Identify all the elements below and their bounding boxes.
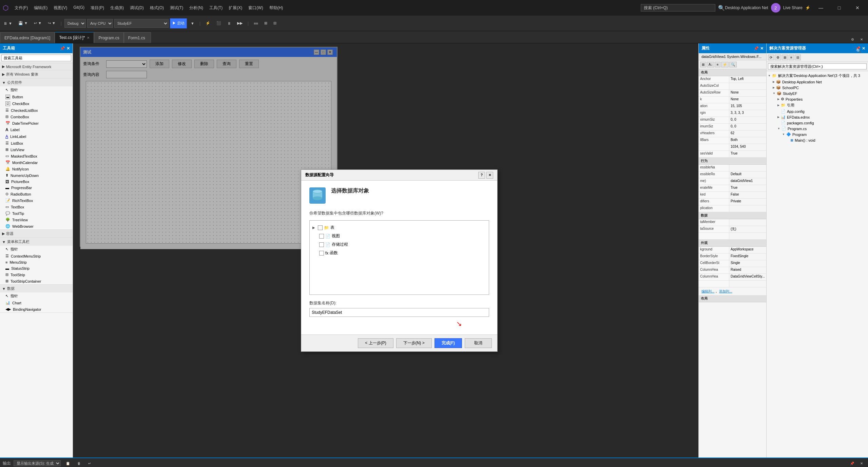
toolbar-btn-9[interactable]: ⊟ bbox=[271, 18, 279, 28]
toolbox-section-ef-header[interactable]: ▶ Microsoft Entity Framework bbox=[0, 63, 73, 70]
toolbox-item-webbrowser[interactable]: 🌐WebBrowser bbox=[0, 223, 73, 229]
tree-checkbox-procedures[interactable] bbox=[319, 242, 324, 247]
sol-efdata[interactable]: ▶ 📊 EFData.edmx bbox=[768, 114, 867, 120]
toolbox-item-pointer2[interactable]: ↖指针 bbox=[0, 246, 73, 253]
prop-value-sesvalid[interactable]: True bbox=[729, 151, 766, 157]
toolbar-btn-3[interactable]: ⚡ bbox=[203, 18, 213, 28]
tab-programcs[interactable]: Program.cs bbox=[94, 32, 123, 43]
prop-properties-btn[interactable]: ≡ bbox=[715, 62, 720, 67]
prop-value-ation[interactable]: 15, 105 bbox=[729, 103, 766, 110]
tree-item-tables[interactable]: ▶ 📁 表 bbox=[312, 223, 486, 232]
sol-collapse-btn[interactable]: ⊟ bbox=[795, 55, 801, 60]
prop-value-alternating[interactable]: AppWorkspace bbox=[729, 247, 766, 253]
sol-sync-btn[interactable]: ⟳ bbox=[768, 55, 774, 60]
prop-value-name[interactable]: True bbox=[729, 185, 766, 191]
toolbox-search-input[interactable] bbox=[1, 55, 71, 61]
properties-object-selector[interactable]: dataGridView1 System.Windows.F... bbox=[699, 53, 766, 60]
sol-program-class[interactable]: ▼ 🔷 Program bbox=[768, 131, 867, 137]
output-pin-btn[interactable]: 📌 bbox=[848, 460, 856, 467]
toolbox-item-toolstrip[interactable]: ⊟ToolStrip bbox=[0, 271, 73, 278]
solution-search-input[interactable] bbox=[768, 63, 867, 69]
prop-value-accessiblena[interactable]: Default bbox=[729, 171, 766, 178]
prop-value-generateme[interactable]: False bbox=[729, 192, 766, 198]
sol-show-all-btn[interactable]: ⊞ bbox=[782, 55, 788, 60]
toolbar-btn-7[interactable]: ≡≡ bbox=[251, 18, 261, 28]
prop-value-k[interactable]: None bbox=[729, 97, 766, 103]
edit-columns-link[interactable]: 编辑列... bbox=[701, 289, 714, 293]
prop-value-rgin[interactable]: 3, 3, 3, 3 bbox=[729, 110, 766, 117]
menu-view[interactable]: 视图(V) bbox=[51, 4, 70, 12]
close-button[interactable]: ✕ bbox=[850, 0, 865, 16]
toolbox-item-linklabel[interactable]: ALinkLabel bbox=[0, 133, 73, 140]
minimize-button[interactable]: — bbox=[813, 0, 829, 16]
start-button[interactable]: ▶ 启动 bbox=[170, 18, 187, 28]
tree-item-procedures[interactable]: 📄 存储过程 bbox=[319, 240, 486, 249]
tab-options-btn[interactable]: ⚙ bbox=[849, 36, 856, 43]
toolbox-item-datetimepicker[interactable]: 📅DateTimePicker bbox=[0, 120, 73, 126]
toolbox-item-maskedtextbox[interactable]: ▭MaskedTextBox bbox=[0, 153, 73, 159]
tree-item-functions[interactable]: fx 函数 bbox=[319, 249, 486, 257]
prop-events-btn[interactable]: ⚡ bbox=[721, 62, 729, 67]
finish-btn[interactable]: 完成(F) bbox=[435, 338, 462, 348]
add-column-link[interactable]: 添加列... bbox=[719, 289, 732, 293]
properties-pin-btn[interactable]: 📌 bbox=[754, 46, 759, 51]
undo-btn[interactable]: ↩ ▼ bbox=[32, 18, 44, 28]
sol-project-studyef[interactable]: ▼ 📦 StudyEF bbox=[768, 90, 867, 96]
toolbar-btn-5[interactable]: ⏸ bbox=[225, 18, 233, 28]
toolbox-item-listbox[interactable]: ☰ListBox bbox=[0, 140, 73, 146]
toolbox-item-menustrip[interactable]: ≡MenuStrip bbox=[0, 259, 73, 265]
menu-window[interactable]: 窗口(W) bbox=[246, 4, 266, 12]
tab-efdata[interactable]: EFData.edmx [Diagram1] bbox=[0, 32, 55, 43]
toolbox-item-notifyicon[interactable]: 🔔NotifyIcon bbox=[0, 166, 73, 172]
tree-checkbox-views[interactable] bbox=[319, 234, 324, 239]
toolbox-section-containers-header[interactable]: ▶ 容器 bbox=[0, 230, 73, 238]
prop-value-autosizecol[interactable] bbox=[729, 83, 766, 89]
toolbar-btn-4[interactable]: ⬛ bbox=[214, 18, 224, 28]
sol-programcs[interactable]: ▼ 📄 Program.cs bbox=[768, 126, 867, 131]
toolbox-item-pointer3[interactable]: ↖指针 bbox=[0, 292, 73, 300]
tree-checkbox-tables[interactable] bbox=[318, 225, 323, 230]
prop-value-autosizerow[interactable]: None bbox=[729, 90, 766, 96]
sol-appconfig[interactable]: ▶ 📄 App.config bbox=[768, 108, 867, 114]
output-wrap-btn[interactable]: ↵ bbox=[86, 460, 93, 467]
prop-value-maxsize[interactable]: 0, 0 bbox=[729, 117, 766, 123]
toolbox-item-numericupdown[interactable]: ⬆NumericUpDown bbox=[0, 172, 73, 179]
toolbox-item-checkbox[interactable]: ☑CheckBox bbox=[0, 100, 73, 107]
title-search-input[interactable] bbox=[641, 4, 715, 12]
toolbox-item-contextmenu[interactable]: ☰ContextMenuStrip bbox=[0, 253, 73, 259]
debug-config-dropdown[interactable]: Debug bbox=[64, 19, 86, 28]
prop-value-datasource[interactable] bbox=[729, 233, 766, 239]
dataset-input[interactable] bbox=[309, 308, 489, 317]
menu-extend[interactable]: 扩展(X) bbox=[226, 4, 245, 12]
output-copy-btn[interactable]: 📋 bbox=[63, 460, 72, 467]
prev-step-btn[interactable]: < 上一步(P) bbox=[358, 338, 393, 348]
tree-checkbox-functions[interactable] bbox=[319, 251, 324, 256]
live-share-btn[interactable]: Live Share bbox=[783, 5, 803, 10]
prop-value-background[interactable]: FixedSingle bbox=[729, 253, 766, 260]
toolbox-section-winforms-header[interactable]: ▶ 所有 Windows 窗体 bbox=[0, 70, 73, 78]
menu-git[interactable]: Git(G) bbox=[71, 4, 87, 12]
prop-value-anchor[interactable]: Top, Left bbox=[729, 76, 766, 83]
project-config-dropdown[interactable]: StudyEF bbox=[114, 19, 169, 28]
prop-value-cellborderstyle[interactable]: Raised bbox=[729, 267, 766, 273]
toolbox-item-toolstripcontainer[interactable]: ⊞ToolStripContainer bbox=[0, 278, 73, 284]
save-btn[interactable]: 💾 ▼ bbox=[16, 18, 30, 28]
prop-alphabetical-btn[interactable]: A↓ bbox=[707, 62, 714, 67]
tree-expand-tables[interactable]: ▶ bbox=[312, 226, 316, 230]
tab-form1cs[interactable]: Form1.cs bbox=[124, 32, 151, 43]
prop-value-modifiers[interactable] bbox=[729, 205, 766, 212]
toolbox-item-listview[interactable]: ⊞ListView bbox=[0, 146, 73, 153]
toolbox-item-picturebox[interactable]: 🖼PictureBox bbox=[0, 179, 73, 185]
toolbox-pin-btn[interactable]: 📌 bbox=[60, 46, 65, 51]
prop-value-datamember[interactable]: (无) bbox=[729, 226, 766, 232]
properties-close-btn[interactable]: ✕ bbox=[760, 46, 764, 51]
attach-btn[interactable]: ▼ bbox=[188, 18, 197, 28]
prop-value-columnheadborder[interactable]: DataGridViewCellSty... bbox=[729, 274, 766, 280]
tab-testcs[interactable]: Test.cs [设计]* ✕ bbox=[55, 32, 94, 43]
prop-value-accessiblede[interactable] bbox=[729, 165, 766, 171]
sol-properties-btn[interactable]: ⚙ bbox=[775, 55, 781, 60]
toolbox-item-monthcalendar[interactable]: 📅MonthCalendar bbox=[0, 159, 73, 166]
toolbox-close-btn[interactable]: ✕ bbox=[66, 46, 70, 51]
toolbox-item-radiobutton[interactable]: ⊙RadioButton bbox=[0, 191, 73, 197]
toolbox-item-textbox[interactable]: ▭TextBox bbox=[0, 204, 73, 210]
